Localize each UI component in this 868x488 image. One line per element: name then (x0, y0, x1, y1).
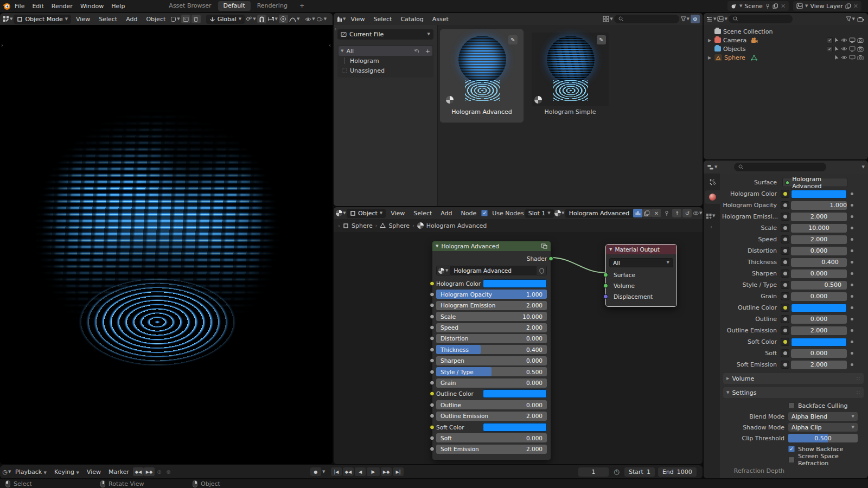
eye-icon[interactable] (841, 46, 847, 52)
properties-search-input[interactable] (734, 163, 826, 171)
node-param-row[interactable]: Distortion0.000 (436, 334, 547, 343)
editor-type-icon[interactable]: ▼ (336, 209, 346, 217)
keyframe-dot[interactable] (851, 306, 853, 309)
rail-collapse-icon[interactable]: ‹ (710, 224, 720, 230)
node-material-field[interactable]: ▼ Hologram Advanced (436, 266, 547, 275)
pin-icon[interactable] (765, 3, 770, 9)
color-swatch[interactable] (483, 279, 547, 288)
value-input-socket[interactable] (430, 303, 435, 308)
new-collection-icon[interactable] (856, 15, 865, 23)
socket-button[interactable] (781, 213, 789, 221)
tl-menu-playback[interactable]: Playback ▼ (11, 467, 50, 477)
value-input-socket[interactable] (430, 347, 435, 352)
socket-button[interactable] (781, 315, 789, 323)
keyframe-dot[interactable] (851, 204, 853, 207)
monitor-icon[interactable] (849, 37, 856, 43)
menu-help[interactable]: Help (107, 2, 129, 11)
tab-tool[interactable] (705, 175, 720, 189)
terminal-icon[interactable] (181, 15, 190, 23)
selectable-cursor-icon[interactable] (834, 46, 839, 52)
copy-material-icon[interactable] (642, 209, 652, 217)
ab-menu-asset[interactable]: Asset (429, 15, 452, 24)
prev-frame-button[interactable]: ◀ (355, 467, 366, 476)
keyframe-dot[interactable] (851, 215, 853, 218)
catalog-all[interactable]: ▼ All + (339, 46, 432, 56)
asset-settings-gear-icon[interactable]: ⚙ (691, 15, 700, 23)
se-menu-view[interactable]: View (387, 209, 409, 218)
tab-default[interactable]: Default (218, 1, 251, 11)
color-swatch[interactable] (483, 389, 547, 398)
keyframe-dot[interactable] (851, 318, 853, 320)
filter-icon[interactable]: ▼ (846, 15, 855, 23)
collapse-icon[interactable]: ▼ (436, 245, 438, 248)
delete-keyframe-icon[interactable]: ⊗ (164, 467, 173, 476)
node-param-row[interactable]: Hologram Opacity1.000 (436, 290, 547, 299)
keyframe-dot[interactable] (851, 295, 853, 298)
viewport-3d[interactable]: ▼ Object Mode▼ View Select Add Object ▼ … (0, 13, 333, 464)
color-swatch[interactable] (791, 304, 847, 312)
blend-mode-dropdown[interactable]: Alpha Blend▼ (788, 412, 858, 421)
vp-menu-object[interactable]: Object (142, 15, 169, 24)
selectable-cursor-icon[interactable] (834, 55, 839, 61)
color-swatch[interactable] (483, 423, 547, 432)
edit-asset-icon[interactable]: ✎ (508, 35, 518, 44)
snap-target-icon[interactable]: ▼ (267, 15, 278, 23)
render-camera-icon[interactable] (857, 46, 864, 52)
overlays-icon[interactable]: ▼ (693, 209, 702, 217)
breadcrumb-object[interactable]: Sphere (352, 222, 373, 229)
show-gizmo-icon[interactable]: ▼ (305, 15, 315, 23)
color-input-socket[interactable] (430, 281, 435, 286)
value-slider[interactable]: 0.000 (791, 247, 847, 255)
node-material-output[interactable]: ▼ Material Output All▼ Surface Volume Di… (605, 244, 677, 307)
node-hologram-advanced[interactable]: ▼ Hologram Advanced Shader ▼ Hologram Ad… (432, 241, 551, 460)
add-catalog-button[interactable]: + (425, 48, 430, 55)
value-input-socket[interactable] (430, 336, 435, 341)
value-slider[interactable]: 0.500 (791, 281, 847, 290)
value-input-socket[interactable] (430, 314, 435, 319)
copy-icon[interactable] (845, 3, 851, 9)
menu-edit[interactable]: Edit (28, 2, 47, 11)
pivot-point-icon[interactable]: ▼ (246, 15, 256, 23)
ab-menu-select[interactable]: Select (370, 15, 396, 24)
value-slider[interactable]: 0.400 (791, 258, 847, 267)
breadcrumb-material[interactable]: Hologram Advanced (426, 222, 487, 229)
value-input-socket[interactable] (430, 381, 435, 386)
socket-button[interactable] (781, 269, 789, 278)
next-keyframe-button[interactable]: ▶◆ (381, 467, 392, 476)
collection-checkbox[interactable]: ✓ (827, 46, 833, 52)
panel-settings[interactable]: ▼ Settings ∷ (723, 387, 864, 398)
collection-checkbox[interactable]: ✓ (827, 37, 833, 43)
value-input-socket[interactable] (430, 414, 435, 419)
keyframe-dot[interactable] (851, 284, 853, 286)
snap-icon[interactable]: ↺ (682, 209, 692, 217)
shader-type-selector[interactable]: Object▼ (347, 209, 386, 218)
start-frame-field[interactable]: Start1 (624, 467, 655, 477)
keyframe-dot[interactable] (851, 249, 853, 252)
jump-prev-keyframe-button[interactable]: ◆◀ (133, 467, 144, 476)
clip-threshold-slider[interactable]: 0.500 (788, 434, 858, 442)
displacement-input-socket[interactable] (603, 294, 608, 299)
render-camera-icon[interactable] (857, 55, 864, 60)
color-input-socket[interactable] (430, 425, 435, 429)
eye-icon[interactable] (841, 55, 847, 60)
jump-next-keyframe-button[interactable]: ▶◆ (144, 467, 155, 476)
tab-rendering[interactable]: Rendering (252, 1, 293, 11)
socket-button[interactable] (781, 349, 789, 357)
node-param-row[interactable]: Soft Emission2.000 (436, 445, 547, 454)
tab-asset-browser[interactable]: Asset Browser (163, 1, 216, 11)
go-to-parent-icon[interactable]: ↑ (672, 209, 681, 217)
editor-type-icon[interactable]: ▼ (706, 15, 716, 23)
ab-menu-view[interactable]: View (347, 15, 368, 24)
value-slider[interactable]: 0.000 (791, 349, 847, 358)
view-layer-selector[interactable]: ▼ View Layer ✕ (793, 1, 861, 11)
value-slider[interactable]: 2.000 (791, 361, 847, 369)
expand-icon[interactable]: ▶ (707, 38, 712, 43)
overlays-icon[interactable]: ▼ (316, 15, 327, 23)
render-camera-icon[interactable] (857, 37, 864, 43)
catalog-unassigned[interactable]: Unassigned (339, 66, 432, 75)
keyframe-dot[interactable] (851, 227, 853, 229)
display-mode-icon[interactable]: ▼ (717, 15, 727, 23)
node-param-row[interactable]: Sharpen0.000 (436, 356, 547, 365)
use-nodes-checkbox[interactable]: ✓ (481, 210, 488, 216)
expand-icon[interactable]: ▶ (707, 55, 712, 60)
